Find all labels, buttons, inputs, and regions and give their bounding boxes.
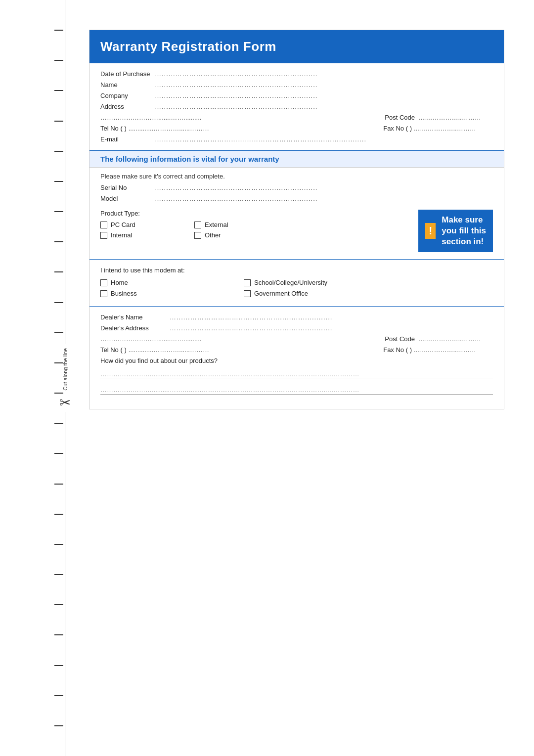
section-personal: Date of Purchase …......…………………......………… (89, 63, 504, 151)
make-sure-banner: ! Make sure you fill this section in! (418, 210, 493, 252)
dealer-address2-row: ……………………….......…….......... Post Code .… (100, 335, 493, 343)
vital-subtext: Please make sure it's correct and comple… (100, 173, 493, 180)
checkbox-other[interactable]: Other (194, 231, 268, 239)
dealer-name-label: Dealer's Name (100, 313, 170, 321)
checkbox-government[interactable]: Government Office (244, 290, 357, 297)
checkbox-home-label: Home (111, 279, 128, 286)
address-dots: …......…………………......…………................… (155, 103, 493, 110)
dealer-address2-dots: ……………………….......…….......... (100, 335, 370, 343)
checkbox-school-label: School/College/University (254, 279, 327, 286)
usage-checkboxes: Home School/College/University Business … (100, 279, 357, 297)
answer-line-1: ……………………..........……….......………………………………… (100, 370, 493, 379)
checkbox-business[interactable]: Business (100, 290, 214, 297)
serial-row: Serial No …......…………………......…………......… (100, 184, 493, 191)
section-serial: Please make sure it's correct and comple… (89, 168, 504, 208)
product-type-area: Product Type: PC Card External Internal … (100, 210, 408, 239)
tel-fax-row: Tel No ( ) ..............…………......……… F… (100, 125, 493, 132)
model-row: Model …......…………………......…………..........… (100, 195, 493, 202)
checkbox-other-box[interactable] (194, 232, 201, 239)
find-out-row: How did you find out about our products? (100, 357, 493, 364)
make-sure-line1: Make sure (442, 215, 486, 225)
dealer-tel-dots: ..............…………......……… (129, 346, 373, 354)
dealer-postcode-label: Post Code (385, 335, 415, 343)
tick-marks (54, 30, 63, 726)
dealer-tel-fax-row: Tel No ( ) ..............…………......……… F… (100, 346, 493, 354)
tel-label: Tel No ( ) (100, 125, 127, 132)
checkbox-home-box[interactable] (100, 279, 107, 286)
make-sure-line2: you fill this (442, 225, 486, 236)
address-label: Address (100, 103, 155, 110)
checkbox-government-box[interactable] (244, 290, 251, 297)
name-row: Name …......…………………......…………...........… (100, 81, 493, 89)
answer-lines: ……………………..........……….......………………………………… (100, 370, 493, 395)
dealer-address-row: Dealer's Address …......…………………......………… (100, 324, 493, 332)
date-dots: …......…………………......…………................… (155, 70, 493, 78)
product-type-label: Product Type: (100, 210, 408, 217)
model-label: Model (100, 195, 155, 202)
address2-dots: ……………………….......…….......... (100, 114, 370, 121)
email-label: E-mail (100, 135, 155, 143)
checkbox-pc-card-label: PC Card (111, 221, 135, 228)
postcode-label: Post Code (385, 114, 415, 121)
dealer-name-row: Dealer's Name …......…………………......…………..… (100, 313, 493, 321)
dealer-name-dots: …......…………………......…………................… (170, 313, 493, 321)
checkbox-external-label: External (205, 221, 228, 228)
answer-line-2: ……………………..........……….......………………………………… (100, 386, 493, 395)
dealer-address-dots: …......…………………......…………................… (170, 324, 493, 332)
make-sure-line3: section in! (442, 236, 486, 247)
address-row: Address …......…………………......…………........… (100, 103, 493, 110)
date-label: Date of Purchase (100, 70, 155, 78)
checkbox-external[interactable]: External (194, 221, 268, 228)
tel-dots: ..............…………......……… (129, 125, 373, 132)
fax-label: Fax No ( ) (383, 125, 412, 132)
section-usage: I intend to use this modem at: Home Scho… (89, 260, 504, 307)
serial-dots: …......…………………......…………................… (155, 184, 493, 191)
checkbox-internal[interactable]: Internal (100, 231, 175, 239)
section-dealer: Dealer's Name …......…………………......…………..… (89, 307, 504, 409)
exclamation-icon: ! (425, 223, 436, 239)
company-dots: …......…………………......…………................… (155, 92, 493, 99)
checkbox-business-box[interactable] (100, 290, 107, 297)
email-row: E-mail ……………………………………………………………..........… (100, 135, 493, 143)
form-container: Warranty Registration Form Date of Purch… (89, 30, 504, 409)
checkbox-home[interactable]: Home (100, 279, 214, 286)
checkbox-internal-box[interactable] (100, 232, 107, 239)
form-title: Warranty Registration Form (100, 39, 493, 54)
address2-row: ……………………….......…….......... Post Code .… (100, 114, 493, 121)
checkbox-external-box[interactable] (194, 222, 201, 228)
product-type-checkboxes: PC Card External Internal Other (100, 221, 268, 239)
company-row: Company …......…………………......…………........… (100, 92, 493, 99)
section-product: Product Type: PC Card External Internal … (89, 208, 504, 260)
checkbox-pc-card[interactable]: PC Card (100, 221, 175, 228)
dealer-fax-dots: ....……………..……… (414, 346, 493, 354)
dealer-tel-label: Tel No ( ) (100, 346, 127, 354)
form-header: Warranty Registration Form (89, 30, 504, 63)
name-label: Name (100, 81, 155, 89)
checkbox-other-label: Other (205, 231, 221, 239)
company-label: Company (100, 92, 155, 99)
checkbox-school[interactable]: School/College/University (244, 279, 357, 286)
date-row: Date of Purchase …......…………………......………… (100, 70, 493, 78)
checkbox-government-label: Government Office (254, 290, 308, 297)
postcode-dots: ....……………..……… (419, 114, 493, 121)
vital-header: The following information is vital for y… (89, 151, 504, 168)
checkbox-business-label: Business (111, 290, 137, 297)
vital-heading: The following information is vital for y… (100, 155, 493, 163)
model-dots: …......…………………......…………................… (155, 195, 493, 202)
checkbox-pc-card-box[interactable] (100, 222, 107, 228)
serial-label: Serial No (100, 184, 155, 191)
find-out-label: How did you find out about our products? (100, 357, 218, 364)
checkbox-school-box[interactable] (244, 279, 251, 286)
dealer-postcode-dots: ....……………..……… (419, 335, 493, 343)
dealer-address-label: Dealer's Address (100, 324, 170, 332)
fax-dots: ....……………..……… (414, 125, 493, 132)
make-sure-text: Make sure you fill this section in! (442, 215, 486, 247)
checkbox-internal-label: Internal (111, 231, 132, 239)
email-dots: …………………………………………………………….................… (155, 135, 493, 143)
name-dots: …......…………………......…………................… (155, 81, 493, 89)
dealer-fax-label: Fax No ( ) (383, 346, 412, 354)
usage-intro: I intend to use this modem at: (100, 267, 493, 274)
